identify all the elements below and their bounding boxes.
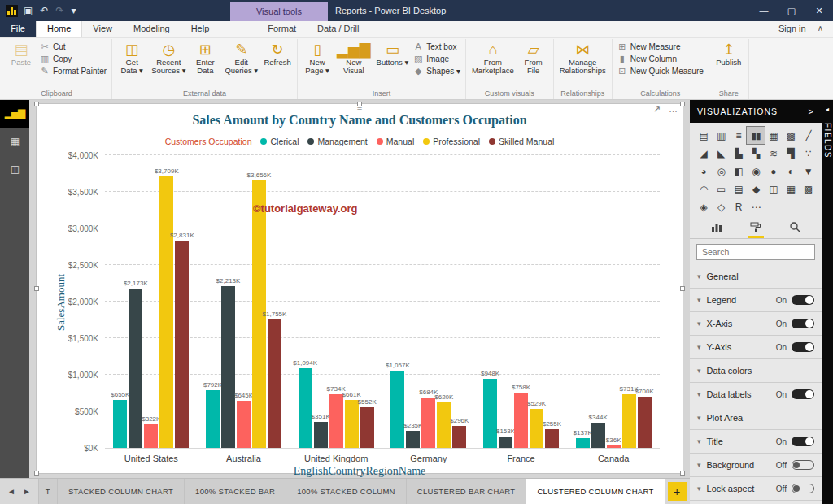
bar-manual[interactable]: $36K <box>607 445 621 448</box>
focus-mode-icon[interactable]: ↗ <box>653 104 661 115</box>
format-section-legend[interactable]: ▾LegendOn <box>690 289 822 312</box>
more-options-icon[interactable]: … <box>669 104 678 115</box>
save-icon[interactable]: ▣ <box>24 5 33 16</box>
add-page-button[interactable]: + <box>668 482 687 501</box>
table-icon[interactable]: ▦ <box>782 180 799 198</box>
r-script-visual-icon[interactable]: R <box>730 198 747 215</box>
bar-clerical[interactable]: $1,057K <box>390 371 404 448</box>
report-view-button[interactable]: ▂▅▇ <box>0 100 29 128</box>
bar-management[interactable]: $235K <box>406 431 420 448</box>
format-section-data-labels[interactable]: ▾Data labelsOn <box>690 383 822 406</box>
collapse-visualizations-icon[interactable]: > <box>809 106 814 116</box>
publish-button[interactable]: ↥Publish <box>713 39 745 68</box>
background-toggle[interactable] <box>792 460 814 470</box>
area-chart-icon[interactable]: ◢ <box>695 145 712 162</box>
maximize-button[interactable]: ▢ <box>778 0 805 21</box>
card-icon[interactable]: ▭ <box>712 180 729 198</box>
kpi-icon[interactable]: ◆ <box>747 180 764 198</box>
from-marketplace-button[interactable]: ⌂From Marketplace <box>469 39 517 76</box>
clustered-bar-chart-icon[interactable]: ≡ <box>730 127 747 144</box>
custom-visual-icon[interactable]: ◇ <box>712 198 729 215</box>
from-file-button[interactable]: ▱From File <box>517 39 550 76</box>
format-section-general[interactable]: ▾General <box>690 265 822 289</box>
format-section-lock-aspect[interactable]: ▾Lock aspectOff <box>690 477 822 501</box>
title-toggle[interactable] <box>792 437 814 446</box>
chart-visual[interactable]: ≡ ↗ … Sales Amount by Country Name and C… <box>36 103 683 474</box>
visual-drag-grip[interactable]: ≡ <box>357 102 362 112</box>
y-axis-toggle[interactable] <box>792 342 814 352</box>
edit-queries-button[interactable]: ✎Edit Queries ▾ <box>222 39 260 76</box>
model-view-button[interactable]: ◫ <box>0 155 29 183</box>
bar-manual[interactable]: $322K <box>144 424 158 448</box>
bar-management[interactable]: $2,173K <box>129 289 142 448</box>
page-tab-stacked-column-chart[interactable]: STACKED COLUMN CHART <box>58 479 185 504</box>
waterfall-chart-icon[interactable]: ▜ <box>782 145 799 162</box>
data-view-button[interactable]: ▦ <box>0 128 29 155</box>
100-stacked-column-chart-icon[interactable]: ▩ <box>782 127 799 144</box>
line-chart-icon[interactable]: ╱ <box>800 127 817 144</box>
bar-clerical[interactable]: $948K <box>483 379 497 448</box>
fields-pane-collapsed[interactable]: ◂ FIELDS <box>822 100 833 504</box>
bar-professional[interactable]: $620K <box>437 402 451 448</box>
tab-home[interactable]: Home <box>36 21 82 37</box>
x-axis-toggle[interactable] <box>792 319 814 328</box>
legend-item[interactable]: Management <box>307 137 367 146</box>
recent-sources-button[interactable]: ◷Recent Sources ▾ <box>149 39 188 76</box>
analytics-pane-tab[interactable] <box>787 218 803 238</box>
bar-manual[interactable]: $684K <box>421 398 435 448</box>
format-section-title[interactable]: ▾TitleOn <box>690 430 822 454</box>
enter-data-button[interactable]: ⊞Enter Data <box>189 39 221 76</box>
line-and-clustered-column-chart-icon[interactable]: ▚ <box>747 145 764 162</box>
treemap-icon[interactable]: ◧ <box>730 163 747 180</box>
bar-clerical[interactable]: $792K <box>206 390 220 448</box>
bar-professional[interactable]: $3,709K <box>159 176 173 448</box>
resize-handle[interactable] <box>34 286 39 291</box>
legend-item[interactable]: Professional <box>423 137 480 146</box>
more-visuals-icon[interactable]: ⋯ <box>747 198 764 215</box>
bar-manual[interactable]: $758K <box>514 393 528 448</box>
bar-skilled-manual[interactable]: $552K <box>360 407 374 448</box>
buttons-button[interactable]: ▭Buttons ▾ <box>374 39 412 68</box>
page-tab-clustered-column-chart[interactable]: CLUSTERED COLUMN CHART <box>526 479 665 504</box>
new-page-button[interactable]: ▯New Page ▾ <box>301 39 334 76</box>
legend-item[interactable]: Manual <box>377 137 414 146</box>
next-page-icon[interactable]: ► <box>23 487 31 496</box>
tab-view[interactable]: View <box>82 21 123 37</box>
text-box-button[interactable]: AText box <box>413 42 460 51</box>
minimize-button[interactable]: — <box>750 0 778 21</box>
shape-map-icon[interactable]: ◐ <box>782 163 799 180</box>
legend-toggle[interactable] <box>792 295 814 305</box>
previous-page-icon[interactable]: ◄ <box>7 487 15 496</box>
bar-clerical[interactable]: $1,094K <box>299 368 312 448</box>
sign-in-button[interactable]: Sign in <box>770 21 814 37</box>
resize-handle[interactable] <box>34 471 39 476</box>
tab-file[interactable]: File <box>0 21 36 37</box>
undo-icon[interactable]: ↶ <box>40 5 48 16</box>
arcgis-map-icon[interactable]: ◈ <box>695 198 712 215</box>
search-input[interactable] <box>696 244 815 260</box>
format-section-y-axis[interactable]: ▾Y-AxisOn <box>690 336 822 359</box>
new-visual-button[interactable]: ▂▅▇New Visual <box>334 39 373 76</box>
shapes-button[interactable]: ◆Shapes ▾ <box>413 67 460 76</box>
close-button[interactable]: ✕ <box>805 0 833 21</box>
bar-manual[interactable]: $645K <box>237 401 251 448</box>
bar-clerical[interactable]: $655K <box>113 400 127 448</box>
resize-handle[interactable] <box>680 102 685 106</box>
filled-map-icon[interactable]: ● <box>765 163 782 180</box>
map-icon[interactable]: ◉ <box>747 163 764 180</box>
format-section-x-axis[interactable]: ▾X-AxisOn <box>690 312 822 336</box>
funnel-icon[interactable]: ▼ <box>800 163 817 180</box>
bar-management[interactable]: $344K <box>591 423 605 448</box>
resize-handle[interactable] <box>680 286 685 291</box>
tab-help[interactable]: Help <box>181 21 220 37</box>
tab-modeling[interactable]: Modeling <box>123 21 181 37</box>
pie-chart-icon[interactable]: ◕ <box>695 163 712 180</box>
scatter-chart-icon[interactable]: ∵ <box>800 145 817 162</box>
image-button[interactable]: ▨Image <box>413 54 460 63</box>
format-section-background[interactable]: ▾BackgroundOff <box>690 454 822 477</box>
resize-handle[interactable] <box>34 102 39 106</box>
bar-skilled-manual[interactable]: $1,755K <box>268 319 281 448</box>
bar-management[interactable]: $153K <box>499 437 512 448</box>
clustered-column-chart-icon[interactable]: ▮▮ <box>747 127 764 144</box>
page-tab-t[interactable]: T <box>39 479 58 504</box>
